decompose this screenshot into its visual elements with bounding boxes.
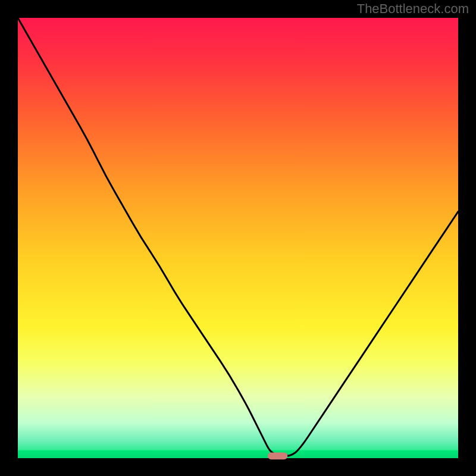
green-strip — [18, 450, 458, 458]
bottleneck-chart: TheBottleneck.com — [0, 0, 476, 476]
plot-area — [18, 18, 458, 459]
gradient-background — [18, 18, 458, 458]
chart-svg — [0, 0, 476, 476]
watermark-text: TheBottleneck.com — [357, 1, 469, 17]
optimal-marker — [268, 452, 287, 459]
